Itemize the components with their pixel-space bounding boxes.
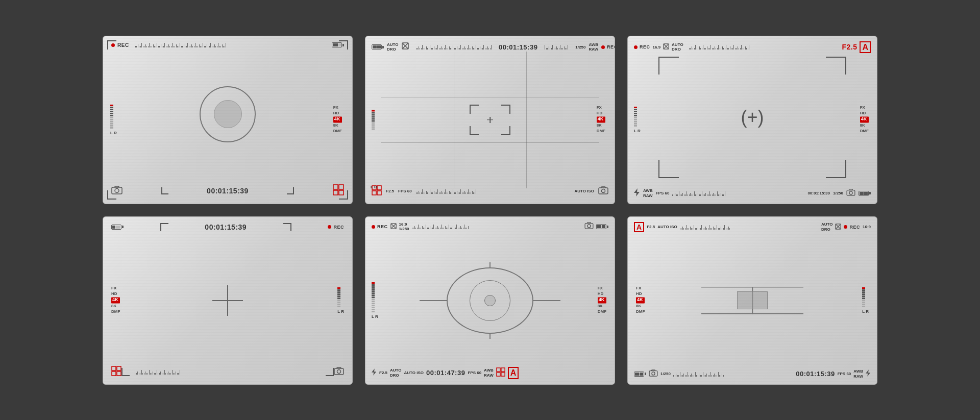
- viewfinder-4: 00:01:15:39 REC FX HD 4K 8K DMF: [103, 216, 353, 385]
- svg-rect-28: [501, 373, 505, 376]
- battery-icon-5: [596, 224, 608, 229]
- a-label-5: A: [508, 367, 519, 379]
- a-label-6: A: [634, 222, 644, 233]
- rec-indicator-2: REC: [601, 44, 615, 50]
- grid-icon-5: [496, 367, 505, 379]
- svg-point-31: [652, 372, 655, 375]
- audio-level-5: L R: [372, 282, 378, 319]
- exposure-icon-6: [835, 223, 841, 232]
- format-stack-2: FX HD 4K 8K DMF: [597, 105, 605, 134]
- format-stack-6: FX HD 4K 8K DMF: [636, 286, 645, 315]
- battery-icon-3: [859, 191, 871, 196]
- camera-icon-4: [334, 367, 344, 377]
- camera-icon-1: [111, 185, 122, 196]
- exposure-icon-2: [402, 42, 409, 52]
- svg-point-12: [602, 189, 605, 192]
- svg-rect-4: [333, 190, 338, 195]
- svg-point-1: [115, 188, 119, 192]
- svg-point-15: [849, 191, 852, 194]
- audio-level-2: [372, 110, 375, 130]
- viewfinder-1: REC: [103, 36, 353, 204]
- svg-point-24: [587, 225, 591, 228]
- svg-rect-19: [117, 372, 121, 376]
- viewfinder-5: REC 16:9 1/250: [365, 216, 615, 385]
- corner-tl-1: [107, 40, 116, 50]
- viewfinder-grid: REC: [90, 23, 890, 397]
- rec-indicator-3: REC: [634, 44, 650, 50]
- format-stack-4: FX HD 4K 8K DMF: [111, 286, 120, 315]
- crosshair-4: [212, 285, 243, 316]
- exposure-icon-5: [390, 222, 397, 231]
- viewfinder-6: A F2.5 AUTO ISO AUTO DRO: [627, 216, 877, 385]
- svg-rect-16: [112, 366, 116, 370]
- exposure-icon-3: [663, 42, 669, 52]
- format-stack-5: FX HD 4K 8K DMF: [598, 286, 606, 315]
- rec-indicator-4: REC: [328, 225, 344, 230]
- svg-point-21: [337, 369, 341, 373]
- camera-icon-3: [846, 189, 855, 198]
- svg-rect-5: [339, 190, 344, 195]
- format-stack-3: FX HD 4K 8K DMF: [860, 105, 869, 134]
- battery-icon-4: [111, 225, 124, 230]
- camera-icon-6: [649, 369, 658, 379]
- camera-icon-5: [584, 222, 594, 231]
- format-stack-1: FX HD 4K 8K DMF: [333, 105, 342, 134]
- flash-icon-3: [634, 188, 640, 199]
- svg-rect-18: [112, 372, 116, 376]
- lr-label-2: L R: [371, 185, 377, 189]
- svg-rect-10: [377, 191, 381, 195]
- battery-icon-2: [372, 44, 384, 50]
- lens-circle-1: [200, 86, 256, 142]
- flash-icon-5: [372, 368, 377, 378]
- awb-raw-2: AWB RAW: [589, 42, 598, 52]
- flash-icon-6: [866, 369, 871, 379]
- lens-vf5: [420, 267, 560, 334]
- focus-area-6: [701, 287, 803, 314]
- svg-rect-25: [497, 368, 500, 372]
- svg-rect-27: [497, 373, 500, 376]
- auto-dro-2: AUTO DRO: [387, 42, 399, 52]
- v-ruler-3: L R: [634, 107, 641, 133]
- svg-rect-17: [117, 366, 121, 370]
- crosshair-plus-3: (+): [741, 108, 764, 127]
- rec-indicator-5: REC: [372, 224, 388, 229]
- corner-tr-1: [339, 40, 348, 50]
- svg-rect-26: [501, 368, 505, 372]
- rec-indicator-6: REC: [844, 225, 860, 230]
- svg-rect-2: [333, 185, 338, 189]
- viewfinder-2: AUTO DRO 00:01:15:39: [365, 36, 615, 204]
- svg-rect-9: [372, 191, 376, 195]
- svg-rect-3: [339, 185, 344, 189]
- audio-level-6: L R: [862, 287, 869, 314]
- large-frame-3: (+): [658, 57, 846, 178]
- audio-level-4: L R: [337, 287, 344, 314]
- viewfinder-3: REC 16.9 AUTO DRO F2.5 A: [627, 36, 877, 204]
- grid-icon-1: [333, 184, 344, 197]
- focus-brackets-2: [470, 105, 510, 135]
- camera-icon-2: [598, 186, 608, 196]
- svg-rect-8: [377, 186, 381, 190]
- grid-icon-4: [111, 366, 121, 378]
- battery-icon-6: [634, 372, 646, 377]
- audio-level-1: L R: [110, 105, 117, 135]
